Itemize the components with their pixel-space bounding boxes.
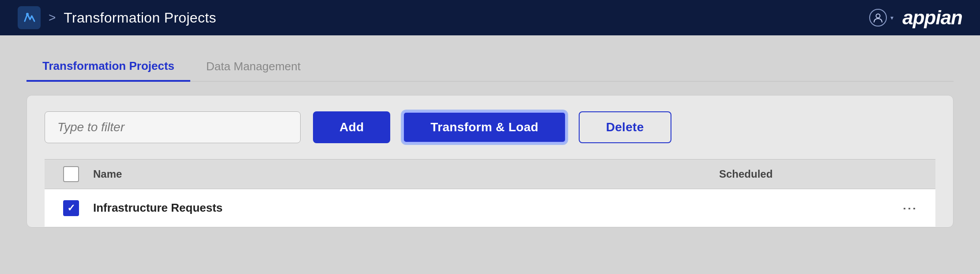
tabs-row: Transformation Projects Data Management: [26, 53, 954, 82]
header-scheduled-col: Scheduled: [715, 168, 891, 180]
row-actions: ⋮: [891, 201, 927, 216]
row-name: Infrastructure Requests: [89, 201, 715, 215]
user-menu-caret: ▾: [890, 14, 893, 21]
navbar-left: > Transformation Projects: [18, 6, 216, 29]
breadcrumb-separator: >: [49, 11, 56, 25]
svg-point-2: [876, 14, 880, 18]
row-checkbox[interactable]: ✓: [63, 200, 79, 216]
table-row: ✓ Infrastructure Requests ⋮: [45, 189, 935, 227]
header-name-col: Name: [89, 168, 715, 180]
filter-input[interactable]: [45, 111, 301, 143]
toolbar: Add Transform & Load Delete: [45, 111, 935, 143]
row-checkbox-col: ✓: [53, 200, 89, 216]
add-button[interactable]: Add: [313, 111, 390, 143]
delete-button[interactable]: Delete: [579, 111, 671, 143]
row-context-menu-button[interactable]: ⋮: [902, 201, 916, 216]
main-panel: Add Transform & Load Delete Name Schedul…: [26, 95, 954, 228]
navbar-title: Transformation Projects: [64, 10, 216, 26]
projects-table: Name Scheduled ✓ Infrastructure Requests: [45, 159, 935, 227]
navbar: > Transformation Projects ▾ appian: [0, 0, 980, 35]
user-menu-button[interactable]: ▾: [869, 9, 893, 27]
main-content: Transformation Projects Data Management …: [0, 35, 980, 245]
transform-load-button[interactable]: Transform & Load: [403, 111, 566, 143]
navbar-right: ▾ appian: [869, 7, 962, 29]
tab-data-management[interactable]: Data Management: [190, 53, 317, 82]
table-header: Name Scheduled: [45, 159, 935, 189]
svg-point-1: [26, 13, 29, 15]
header-checkbox-col: [53, 166, 89, 182]
appian-logo: appian: [902, 7, 962, 29]
select-all-checkbox[interactable]: [63, 166, 79, 182]
app-icon[interactable]: [18, 6, 41, 29]
tab-transformation-projects[interactable]: Transformation Projects: [26, 53, 190, 82]
user-avatar: [869, 9, 887, 27]
